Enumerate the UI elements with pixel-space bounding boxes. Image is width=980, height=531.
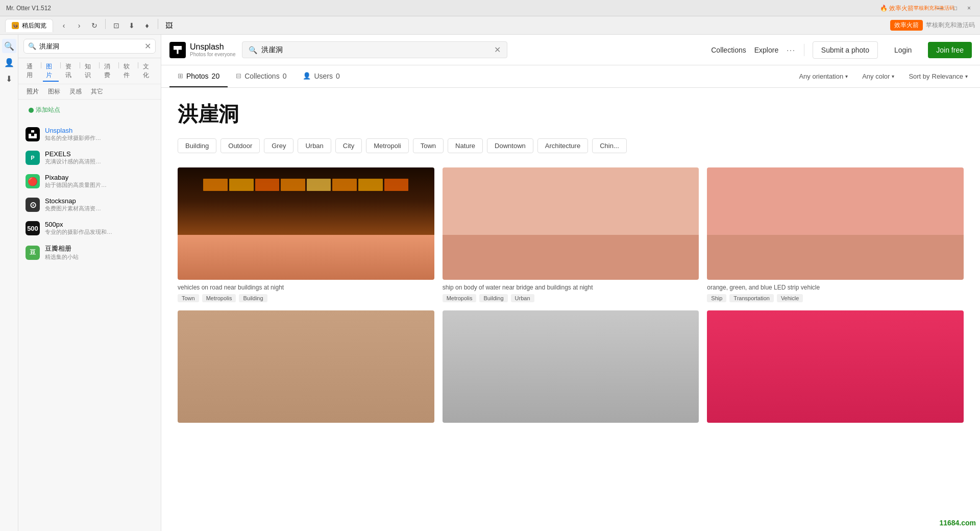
sidebar-tab-culture[interactable]: 文化: [140, 61, 156, 82]
minimize-button[interactable]: —: [934, 4, 946, 13]
site-item-unsplash[interactable]: Unsplash 知名的全球摄影师作…: [18, 123, 161, 146]
sidebar-tab-knowledge[interactable]: 知识: [82, 61, 97, 82]
watermark: 11684.com: [939, 519, 976, 527]
reader-button[interactable]: ⊡: [110, 19, 123, 32]
photo-tag[interactable]: Building: [239, 294, 267, 302]
logo-icon: [169, 42, 186, 58]
window-controls[interactable]: — □ ×: [934, 4, 974, 13]
join-free-button[interactable]: Join free: [928, 42, 972, 58]
tag-metropoli[interactable]: Metropoli: [366, 138, 408, 153]
photo-tag[interactable]: Vehicle: [777, 294, 803, 302]
users-tab[interactable]: 👤 Users 0: [295, 65, 348, 87]
photo-tag[interactable]: Metropolis: [202, 294, 236, 302]
back-button[interactable]: ‹: [57, 19, 70, 32]
tag-town[interactable]: Town: [413, 138, 444, 153]
nav-buttons[interactable]: ‹ › ↻ ⊡ ⬇ ♦ 🖼: [57, 19, 176, 32]
login-button[interactable]: Login: [886, 42, 920, 58]
sidebar-tab-general[interactable]: 通用: [23, 61, 39, 82]
users-label: Users: [314, 72, 333, 80]
site-item-500px[interactable]: 500 500px 专业的的摄影作品发现和…: [18, 216, 161, 240]
diamond-button[interactable]: ♦: [140, 19, 154, 32]
sidebar-subtab-photos[interactable]: 照片: [23, 86, 42, 97]
photos-tab[interactable]: ⊞ Photos 20: [169, 65, 228, 87]
photo-tag[interactable]: Town: [178, 294, 199, 302]
photo-card-5[interactable]: [443, 310, 699, 423]
unsplash-logo[interactable]: Unsplash Photos for everyone: [169, 42, 236, 58]
collections-link[interactable]: Collections: [711, 46, 746, 54]
photo-tag[interactable]: Urban: [511, 294, 534, 302]
image-button[interactable]: 🖼: [162, 19, 176, 32]
search-clear-button[interactable]: ✕: [494, 45, 501, 55]
sort-label: Sort by: [909, 73, 929, 80]
tag-architecture[interactable]: Architecture: [537, 138, 588, 153]
collections-tab[interactable]: ⊟ Collections 0: [228, 65, 295, 87]
stocksnap-info: Stocksnap 免费图片素材高清资…: [45, 197, 101, 212]
refresh-button[interactable]: ↻: [88, 19, 101, 32]
site-item-stocksnap[interactable]: ⊙ Stocksnap 免费图片素材高清资…: [18, 193, 161, 216]
download-button[interactable]: ⬇: [125, 19, 138, 32]
tag-nature[interactable]: Nature: [448, 138, 483, 153]
sidebar-subtab-other[interactable]: 其它: [88, 86, 106, 97]
orientation-label: Any orientation: [799, 73, 843, 80]
photo-card-3[interactable]: orange, green, and blue LED strip vehicl…: [707, 167, 964, 302]
explore-link[interactable]: Explore: [754, 46, 778, 54]
pixabay-name: Pixabay: [45, 174, 107, 181]
unsplash-search-box[interactable]: 🔍 ✕: [242, 41, 507, 58]
users-icon: 👤: [303, 72, 311, 80]
more-button[interactable]: ···: [787, 46, 796, 54]
photo-card-4[interactable]: [178, 310, 434, 423]
browser-action-buttons[interactable]: 效率火箭 苹核剩充和激活码: [890, 20, 975, 31]
tag-chin[interactable]: Chin...: [592, 138, 627, 153]
photo-tag[interactable]: Transportation: [729, 294, 774, 302]
search-quick-icon[interactable]: 🔍: [2, 39, 16, 53]
tag-downtown[interactable]: Downtown: [487, 138, 533, 153]
sidebar-subtab-inspiration[interactable]: 灵感: [66, 86, 85, 97]
add-site-button[interactable]: 添加站点: [23, 104, 156, 116]
site-item-pixabay[interactable]: 🔴 Pixabay 始于德国的高质量图片…: [18, 170, 161, 193]
unsplash-desc: 知名的全球摄影师作…: [45, 134, 101, 142]
photo-tag[interactable]: Ship: [707, 294, 726, 302]
500px-name: 500px: [45, 221, 112, 228]
sort-filter[interactable]: Sort by Relevance ▾: [904, 70, 972, 82]
tag-city[interactable]: City: [335, 138, 362, 153]
submit-photo-button[interactable]: Submit a photo: [813, 41, 878, 59]
sidebar-search-input[interactable]: [39, 42, 141, 50]
activation-text: 苹核剩充和激活码: [926, 21, 975, 30]
sidebar-subtab-icons[interactable]: 图标: [45, 86, 63, 97]
photo-card-6[interactable]: [707, 310, 964, 423]
fire-button[interactable]: 效率火箭: [890, 20, 923, 31]
profile-quick-icon[interactable]: 👤: [2, 55, 16, 69]
photo-card-1[interactable]: vehicles on road near buildings at night…: [178, 167, 434, 302]
sidebar-search-bar[interactable]: 🔍 ✕: [23, 39, 156, 54]
download-quick-icon[interactable]: ⬇: [2, 71, 16, 86]
sidebar-tab-consume[interactable]: 消费: [101, 61, 117, 82]
logo-name: Unsplash: [190, 42, 236, 52]
color-filter[interactable]: Any color ▾: [858, 70, 898, 82]
photo-tag[interactable]: Metropolis: [443, 294, 477, 302]
tags-row: Building Outdoor Grey Urban City Metropo…: [178, 138, 964, 153]
tag-urban[interactable]: Urban: [298, 138, 331, 153]
orientation-arrow: ▾: [845, 74, 848, 79]
tag-grey[interactable]: Grey: [264, 138, 293, 153]
divider2: [158, 19, 158, 29]
sidebar-tab-news[interactable]: 资讯: [62, 61, 78, 82]
search-clear-icon[interactable]: ✕: [144, 41, 151, 51]
browser-tab[interactable]: 🦦 稍后阅览: [5, 19, 53, 32]
maximize-button[interactable]: □: [950, 4, 960, 13]
forward-button[interactable]: ›: [72, 19, 86, 32]
collections-count: 0: [283, 72, 287, 80]
photo-tag[interactable]: Building: [479, 294, 507, 302]
orientation-filter[interactable]: Any orientation ▾: [795, 70, 852, 82]
unsplash-name: Unsplash: [45, 127, 101, 134]
collections-label: Collections: [244, 72, 279, 80]
photo-card-2[interactable]: ship on body of water near bridge and bu…: [443, 167, 699, 302]
site-item-pexels[interactable]: P PEXELS 充满设计感的高清照…: [18, 146, 161, 170]
tag-outdoor[interactable]: Outdoor: [220, 138, 260, 153]
tag-building[interactable]: Building: [178, 138, 216, 153]
search-icon: 🔍: [28, 42, 36, 50]
sidebar-tab-image[interactable]: 图片: [43, 61, 59, 82]
unsplash-search-input[interactable]: [261, 46, 490, 54]
site-item-douban[interactable]: 豆 豆瓣相册 精选集的小站: [18, 240, 161, 265]
close-button[interactable]: ×: [964, 4, 974, 13]
sidebar-tab-software[interactable]: 软件: [120, 61, 136, 82]
